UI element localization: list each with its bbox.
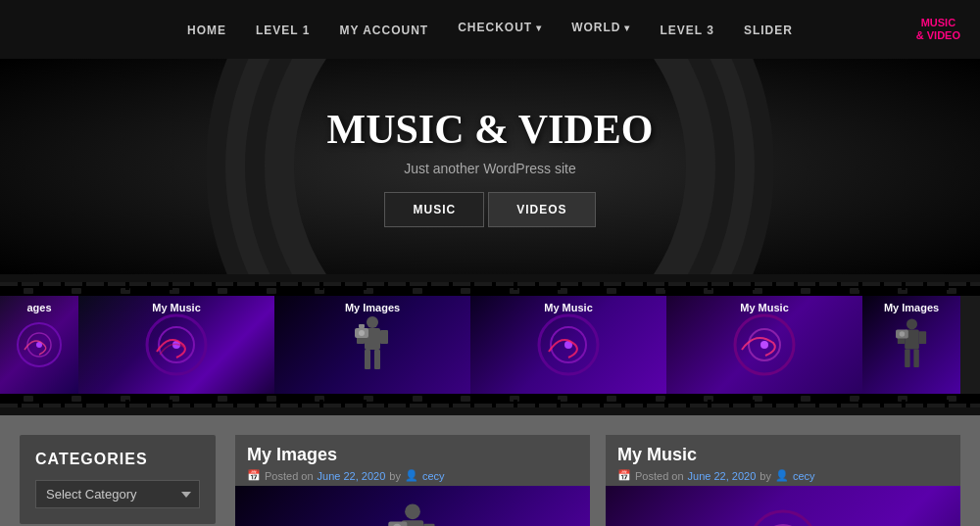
svg-rect-10 [365,350,370,369]
sidebar: Categories Select Category Music Images … [20,435,216,526]
posted-on-label-1: Posted on [635,470,684,482]
by-label-1: by [760,470,771,482]
author-icon-0: 👤 [405,469,418,482]
filmstrip-label-3: My Music [470,302,666,313]
post-date-link-1[interactable]: June 22, 2020 [688,470,757,482]
svg-point-6 [367,316,378,328]
music-button[interactable]: MUSIC [384,192,484,227]
svg-rect-11 [374,350,380,369]
filmstrip-label-4: My Music [666,302,862,313]
nav-world-link[interactable]: WORLD [571,21,630,34]
filmstrip-inner: ages My Music [0,296,980,394]
post-thumbnail-1 [606,486,960,526]
by-label-0: by [389,470,401,482]
filmstrip-label-1: My Music [78,302,274,313]
nav-links: HOME LEVEL 1 MY ACCOUNT CHECKOUT WORLD L… [187,21,793,38]
post-header-0: My Images 📅 Posted on June 22, 2020 by 👤… [235,435,590,486]
filmstrip-item-5[interactable]: My Images [862,296,960,394]
dj-icon-3 [534,311,603,379]
nav-level3[interactable]: LEVEL 3 [660,21,713,38]
post-meta-0: 📅 Posted on June 22, 2020 by 👤 cecy [247,469,578,482]
svg-rect-9 [380,330,388,344]
nav-level3-link[interactable]: LEVEL 3 [660,24,713,37]
categories-widget: Categories Select Category Music Images … [20,435,216,524]
category-select[interactable]: Select Category Music Images Videos [35,480,200,508]
nav-home[interactable]: HOME [187,21,226,38]
hero-content: MUSIC & VIDEO Just another WordPress sit… [327,106,654,227]
author-link-1[interactable]: cecy [793,470,815,482]
posted-on-label-0: Posted on [265,470,314,482]
dj-icon-4 [730,311,799,379]
nav-world-dropdown: WORLD [571,21,630,34]
author-link-0[interactable]: cecy [422,470,445,482]
filmstrip-item-1[interactable]: My Music [78,296,274,394]
dj-icon-1 [142,311,211,379]
categories-title: Categories [35,451,200,468]
svg-point-20 [760,341,768,349]
posts-area: My Images 📅 Posted on June 22, 2020 by 👤… [235,435,960,526]
svg-rect-14 [359,324,365,328]
nav-level1[interactable]: LEVEL 1 [256,21,310,38]
filmstrip-label-0: ages [0,302,78,313]
photographer-thumb-0 [373,501,452,526]
nav-home-link[interactable]: HOME [187,24,226,37]
hero-buttons: MUSIC VIDEOS [327,192,654,227]
svg-point-28 [899,331,905,337]
filmstrip-section: ages My Music [0,274,980,415]
post-thumbnail-0 [235,486,590,526]
nav-level1-link[interactable]: LEVEL 1 [256,24,310,37]
post-date-link-0[interactable]: June 22, 2020 [318,470,386,482]
post-card-inner-0: My Images 📅 Posted on June 22, 2020 by 👤… [235,435,590,526]
svg-point-37 [750,511,816,526]
filmstrip-label-2: My Images [274,302,470,313]
filmstrip-item-3[interactable]: My Music [470,296,666,394]
nav-checkout[interactable]: CHECKOUT [458,21,542,38]
nav-checkout-link[interactable]: CHECKOUT [458,21,542,34]
svg-point-21 [906,318,917,329]
svg-point-29 [405,503,420,519]
post-meta-1: 📅 Posted on June 22, 2020 by 👤 cecy [617,469,949,482]
filmstrip-item-2[interactable]: My Images [274,296,470,394]
videos-button[interactable]: VIDEOS [488,192,595,227]
filmstrip-perforations-bottom [0,394,980,404]
filmstrip-label-5: My Images [862,302,960,313]
post-card-0: My Images 📅 Posted on June 22, 2020 by 👤… [235,435,590,526]
svg-rect-26 [913,350,919,367]
svg-rect-24 [918,331,925,344]
post-card-1: My Music 📅 Posted on June 22, 2020 by 👤 … [606,435,960,526]
photographer-icon-5 [885,311,939,379]
calendar-icon-0: 📅 [247,469,261,482]
nav-slider-link[interactable]: SLIDER [744,24,793,37]
post-title-1[interactable]: My Music [617,445,949,465]
filmstrip-item-0[interactable]: ages [0,296,78,394]
filmstrip-perforations-top [0,286,980,296]
hero-section: MUSIC & VIDEO Just another WordPress sit… [0,59,980,274]
nav-checkout-dropdown: CHECKOUT [458,21,542,34]
nav-myaccount-link[interactable]: MY ACCOUNT [339,24,428,37]
post-card-inner-1: My Music 📅 Posted on June 22, 2020 by 👤 … [606,435,960,526]
main-nav: HOME LEVEL 1 MY ACCOUNT CHECKOUT WORLD L… [0,0,980,59]
hero-subtitle: Just another WordPress site [327,161,654,176]
nav-slider[interactable]: SLIDER [744,21,793,38]
svg-point-13 [359,330,365,336]
svg-rect-25 [905,350,910,367]
post-title-0[interactable]: My Images [247,445,578,465]
post-header-1: My Music 📅 Posted on June 22, 2020 by 👤 … [606,435,960,486]
post-thumb-bg-1 [606,486,960,526]
filmstrip-item-4[interactable]: My Music [666,296,862,394]
dj-icon-0 [15,320,64,369]
author-icon-1: 👤 [775,469,789,482]
nav-world[interactable]: WORLD [571,21,630,38]
photographer-icon-2 [343,311,402,379]
calendar-icon-1: 📅 [617,469,631,482]
site-logo: MUSIC & VIDEO [916,17,960,42]
nav-myaccount[interactable]: MY ACCOUNT [339,21,428,38]
main-content: Categories Select Category Music Images … [0,415,980,526]
hero-title: MUSIC & VIDEO [327,106,654,153]
music-thumb-1 [744,505,822,526]
post-thumb-bg-0 [235,486,590,526]
